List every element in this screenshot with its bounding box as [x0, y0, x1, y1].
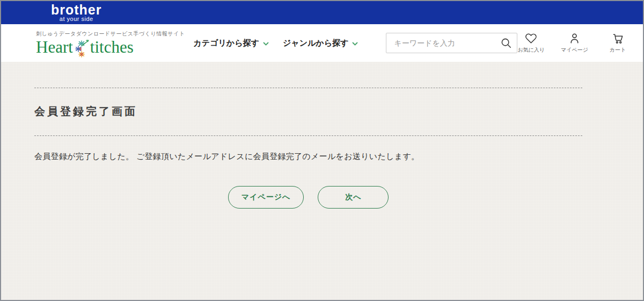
cart-label: カート — [610, 46, 626, 54]
site-header: 刺しゅうデータダウンロードサービス手づくり情報サイト Heart — [1, 24, 643, 62]
chevron-down-icon — [352, 42, 358, 46]
site-tagline: 刺しゅうデータダウンロードサービス手づくり情報サイト — [36, 30, 185, 38]
favorites-link[interactable]: お気に入り — [517, 32, 545, 54]
cart-link[interactable]: カート — [604, 32, 631, 54]
next-button[interactable]: 次へ — [318, 186, 389, 209]
stitch-flower-icon — [74, 39, 90, 58]
nav-category-label: カテゴリから探す — [193, 38, 259, 48]
brother-top-bar: brother at your side — [1, 1, 643, 24]
brother-wordmark: brother — [51, 4, 102, 16]
search-input[interactable] — [386, 39, 495, 47]
site-logo[interactable]: 刺しゅうデータダウンロードサービス手づくり情報サイト Heart — [36, 30, 185, 56]
search-box — [386, 33, 517, 53]
nav-genre-dropdown[interactable]: ジャンルから探す — [283, 38, 358, 48]
chevron-down-icon — [263, 42, 269, 46]
page-title: 会員登録完了画面 — [34, 104, 582, 119]
nav-genre-label: ジャンルから探す — [283, 38, 348, 48]
mypage-label: マイページ — [561, 46, 588, 54]
search-button[interactable] — [495, 33, 517, 53]
main-nav: カテゴリから探す ジャンルから探す — [193, 38, 358, 48]
header-quick-links: お気に入り マイページ カート — [517, 32, 631, 54]
nav-category-dropdown[interactable]: カテゴリから探す — [193, 38, 268, 48]
heart-icon — [525, 32, 537, 45]
browser-window: brother at your side 刺しゅうデータダウンロードサービス手づ… — [0, 0, 644, 301]
search-icon — [500, 37, 512, 49]
favorites-label: お気に入り — [517, 46, 545, 54]
heart-stitches-logo-text: Heart — [36, 38, 185, 56]
divider-bottom — [34, 135, 582, 136]
cart-icon — [612, 32, 624, 45]
mypage-button[interactable]: マイページへ — [228, 186, 304, 209]
user-icon — [568, 32, 581, 45]
logo-part-titches: titches — [90, 39, 134, 56]
logo-part-heart: Heart — [36, 39, 73, 56]
action-buttons: マイページへ 次へ — [34, 186, 582, 209]
mypage-link[interactable]: マイページ — [561, 32, 588, 54]
main-content: 会員登録完了画面 会員登録が完了しました。 ご登録頂いたメールアドレスに会員登録… — [1, 62, 643, 300]
content-container: 会員登録完了画面 会員登録が完了しました。 ご登録頂いたメールアドレスに会員登録… — [34, 62, 582, 209]
completion-message: 会員登録が完了しました。 ご登録頂いたメールアドレスに会員登録完了のメールをお送… — [34, 152, 582, 162]
divider-top — [34, 88, 582, 88]
brother-logo[interactable]: brother at your side — [51, 4, 102, 22]
